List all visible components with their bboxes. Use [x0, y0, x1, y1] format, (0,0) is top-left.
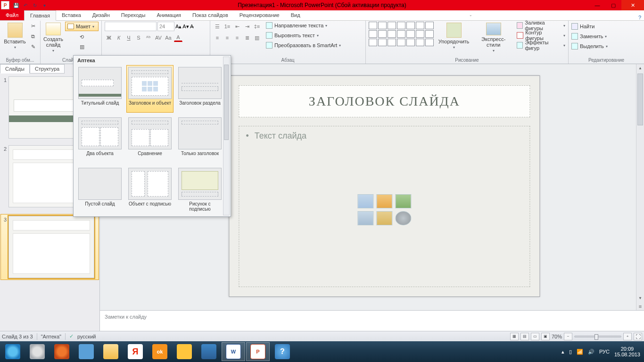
qat-redo-icon[interactable]: ↻ — [30, 1, 40, 9]
ribbon-minimize-icon[interactable]: ˇ — [467, 15, 474, 20]
indent-inc-icon[interactable]: ⇥ — [243, 22, 251, 31]
qat-customize-icon[interactable]: ▾ — [40, 1, 49, 9]
copy-icon[interactable]: ⧉ — [29, 32, 37, 41]
tab-insert[interactable]: Вставка — [56, 10, 87, 20]
find-button[interactable]: Найти — [571, 23, 641, 30]
tab-slides-thumbnails[interactable]: Слайды — [0, 64, 30, 74]
tray-volume-icon[interactable]: 🔊 — [588, 349, 594, 355]
tab-animation[interactable]: Анимация — [151, 10, 187, 20]
zoom-slider[interactable] — [574, 336, 621, 337]
justify-icon[interactable]: ≣ — [243, 33, 251, 42]
select-button[interactable]: Выделить▾ — [571, 42, 641, 50]
align-center-icon[interactable]: ≡ — [223, 33, 231, 42]
tray-chevron-icon[interactable]: ▴ — [561, 349, 564, 355]
section-button[interactable]: ▥ — [65, 42, 99, 51]
clear-format-icon[interactable]: A̶ — [190, 24, 194, 30]
taskbar-explorer[interactable] — [99, 342, 123, 361]
layout-item-content-caption[interactable]: Объект с подписью — [126, 166, 173, 214]
tab-design[interactable]: Дизайн — [87, 10, 116, 20]
shape-effects-button[interactable]: Эффекты фигур▾ — [517, 41, 565, 49]
app-icon[interactable]: P — [1, 1, 9, 9]
shrink-font-icon[interactable]: A▾ — [182, 24, 189, 30]
view-normal-button[interactable]: ▦ — [510, 333, 519, 340]
taskbar-powerpoint[interactable]: P — [246, 342, 270, 361]
spellcheck-icon[interactable]: ✓ — [69, 333, 74, 339]
taskbar-ie[interactable] — [1, 342, 25, 361]
font-family-combo[interactable] — [105, 22, 157, 31]
taskbar-email[interactable] — [74, 342, 98, 361]
bold-icon[interactable]: Ж — [105, 33, 113, 42]
scroll-down-icon[interactable]: ▼ — [636, 294, 644, 302]
tray-battery-icon[interactable]: ▯ — [569, 349, 572, 355]
status-language[interactable]: русский — [77, 334, 96, 339]
layout-item-title-only[interactable]: Только заголовок — [176, 115, 223, 163]
convert-smartart-button[interactable]: Преобразовать в SmartArt▾ — [266, 41, 341, 49]
tab-file[interactable]: Файл — [0, 10, 24, 20]
grow-font-icon[interactable]: A▴ — [175, 24, 182, 30]
layout-button[interactable]: Макет ▾ — [65, 22, 99, 31]
zoom-value[interactable]: 70% — [552, 334, 562, 339]
shape-outline-button[interactable]: Контур фигуры▾ — [517, 32, 565, 39]
line-spacing-icon[interactable]: ‡≡ — [253, 22, 261, 31]
tab-outline[interactable]: Структура — [30, 64, 65, 74]
numbering-icon[interactable]: 1≡ — [223, 22, 231, 31]
reset-button[interactable]: ⟲ — [65, 33, 99, 41]
layout-item-picture-caption[interactable]: Рисунок с подписью — [176, 166, 223, 214]
shadow-icon[interactable]: ᴬᵇ — [144, 33, 153, 42]
close-button[interactable]: ✕ — [621, 0, 644, 10]
tab-view[interactable]: Вид — [285, 10, 306, 20]
quick-styles-button[interactable]: Экспресс-стили ▾ — [474, 22, 513, 54]
bullets-icon[interactable]: ☰ — [213, 22, 222, 31]
align-left-icon[interactable]: ≡ — [213, 33, 222, 42]
title-placeholder[interactable]: ЗАГОЛОВОК СЛАЙДА — [239, 85, 530, 117]
strike-icon[interactable]: S — [134, 33, 143, 42]
help-icon[interactable]: ? — [636, 15, 644, 20]
paste-button[interactable]: Вставить ▾ — [3, 22, 27, 54]
insert-smartart-icon[interactable] — [395, 194, 411, 208]
insert-clipart-icon[interactable] — [376, 211, 392, 225]
insert-media-icon[interactable] — [395, 211, 411, 225]
taskbar-help[interactable]: ? — [271, 342, 294, 361]
taskbar-firefox[interactable] — [50, 342, 74, 361]
font-color-icon[interactable]: A — [174, 33, 182, 42]
popup-scroll-thumb[interactable] — [224, 65, 229, 140]
current-slide[interactable]: ЗАГОЛОВОК СЛАЙДА Текст слайда — [229, 75, 540, 297]
align-right-icon[interactable]: ≡ — [233, 33, 241, 42]
taskbar-word[interactable]: W — [222, 342, 245, 361]
arrange-button[interactable]: Упорядочить ▾ — [438, 22, 470, 54]
underline-icon[interactable]: Ч — [124, 33, 133, 42]
text-direction-button[interactable]: Направление текста▾ — [266, 22, 341, 29]
taskbar-yandex[interactable]: Я — [124, 342, 147, 361]
tray-network-icon[interactable]: 📶 — [577, 349, 583, 355]
cut-icon[interactable]: ✂ — [29, 22, 37, 30]
taskbar-misc[interactable] — [173, 342, 196, 361]
fit-to-window-button[interactable]: ⛶ — [634, 333, 642, 340]
content-placeholder[interactable]: Текст слайда — [239, 126, 530, 287]
scroll-thumb[interactable] — [637, 74, 643, 125]
layout-item-two-content[interactable]: Два объекта — [76, 115, 124, 163]
scroll-menu-icon[interactable]: ≡ — [636, 302, 644, 310]
tray-language[interactable]: РУС — [599, 349, 610, 354]
format-painter-icon[interactable]: ✎ — [29, 42, 37, 51]
qat-save-icon[interactable]: 💾 — [11, 1, 21, 9]
view-slideshow-button[interactable]: ▣ — [541, 333, 550, 340]
popup-scrollbar[interactable] — [223, 57, 230, 215]
view-sorter-button[interactable]: ▤ — [520, 333, 529, 340]
replace-button[interactable]: Заменить▾ — [571, 33, 641, 40]
indent-dec-icon[interactable]: ⇤ — [233, 22, 241, 31]
layout-item-title-slide[interactable]: Титульный слайд — [76, 65, 124, 113]
layout-item-section-header[interactable]: Заголовок раздела — [176, 65, 223, 113]
char-spacing-icon[interactable]: AV — [154, 33, 163, 42]
layout-item-title-content[interactable]: Заголовок и объект — [126, 65, 173, 113]
shape-fill-button[interactable]: Заливка фигуры▾ — [517, 22, 565, 29]
tab-home[interactable]: Главная — [24, 10, 56, 21]
layout-item-blank[interactable]: Пустой слайд — [76, 166, 124, 214]
notes-pane[interactable]: Заметки к слайду — [100, 310, 644, 331]
zoom-out-button[interactable]: − — [564, 333, 572, 340]
insert-table-icon[interactable] — [357, 194, 373, 208]
columns-icon[interactable]: ▥ — [253, 33, 261, 42]
taskbar-hp[interactable] — [25, 342, 49, 361]
layout-item-comparison[interactable]: Сравнение — [126, 115, 173, 163]
zoom-in-button[interactable]: + — [623, 333, 632, 340]
insert-chart-icon[interactable] — [376, 194, 392, 208]
